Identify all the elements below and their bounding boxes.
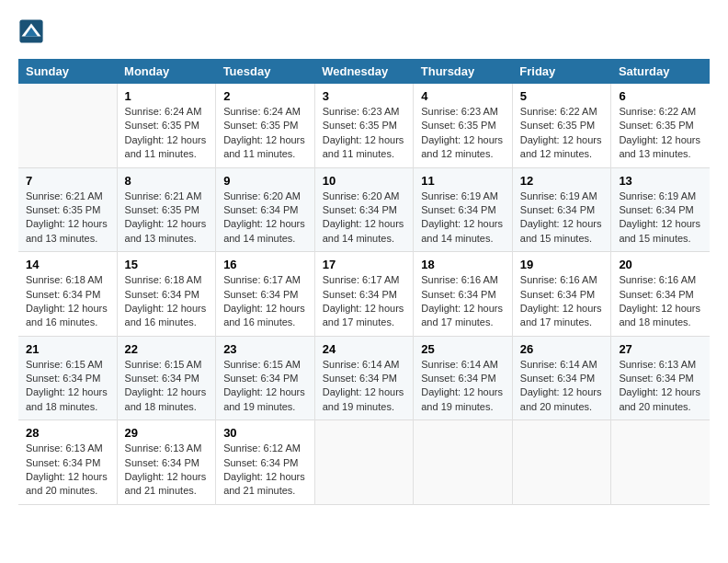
day-info: Sunrise: 6:22 AM Sunset: 6:35 PM Dayligh… <box>520 105 604 162</box>
day-info: Sunrise: 6:20 AM Sunset: 6:34 PM Dayligh… <box>223 190 307 247</box>
day-number: 5 <box>520 89 604 103</box>
calendar-week-row: 21Sunrise: 6:15 AM Sunset: 6:34 PM Dayli… <box>18 336 710 420</box>
day-info: Sunrise: 6:21 AM Sunset: 6:35 PM Dayligh… <box>125 190 209 247</box>
day-number: 23 <box>223 342 307 356</box>
day-number: 13 <box>619 174 702 188</box>
calendar-cell: 2Sunrise: 6:24 AM Sunset: 6:35 PM Daylig… <box>216 84 315 167</box>
day-info: Sunrise: 6:13 AM Sunset: 6:34 PM Dayligh… <box>619 358 702 415</box>
calendar-cell: 26Sunrise: 6:14 AM Sunset: 6:34 PM Dayli… <box>512 336 611 420</box>
calendar-cell <box>512 420 611 505</box>
calendar-cell: 7Sunrise: 6:21 AM Sunset: 6:35 PM Daylig… <box>18 167 117 252</box>
day-number: 24 <box>323 342 406 356</box>
day-info: Sunrise: 6:14 AM Sunset: 6:34 PM Dayligh… <box>421 358 505 415</box>
calendar-cell: 13Sunrise: 6:19 AM Sunset: 6:34 PM Dayli… <box>611 167 710 252</box>
calendar-cell: 14Sunrise: 6:18 AM Sunset: 6:34 PM Dayli… <box>18 252 117 337</box>
day-number: 10 <box>323 174 406 188</box>
calendar-cell: 27Sunrise: 6:13 AM Sunset: 6:34 PM Dayli… <box>611 336 710 420</box>
weekday-header-row: SundayMondayTuesdayWednesdayThursdayFrid… <box>18 59 710 84</box>
day-number: 16 <box>223 258 307 271</box>
day-number: 14 <box>26 258 109 271</box>
calendar-cell <box>414 420 513 505</box>
day-info: Sunrise: 6:15 AM Sunset: 6:34 PM Dayligh… <box>125 358 209 415</box>
day-info: Sunrise: 6:15 AM Sunset: 6:34 PM Dayligh… <box>26 358 109 415</box>
day-info: Sunrise: 6:18 AM Sunset: 6:34 PM Dayligh… <box>26 273 109 330</box>
day-info: Sunrise: 6:24 AM Sunset: 6:35 PM Dayligh… <box>125 105 209 162</box>
calendar-cell: 15Sunrise: 6:18 AM Sunset: 6:34 PM Dayli… <box>117 252 216 337</box>
calendar-cell: 17Sunrise: 6:17 AM Sunset: 6:34 PM Dayli… <box>314 252 414 337</box>
calendar-cell: 16Sunrise: 6:17 AM Sunset: 6:34 PM Dayli… <box>216 252 315 337</box>
day-info: Sunrise: 6:19 AM Sunset: 6:34 PM Dayligh… <box>520 190 604 247</box>
calendar-cell: 12Sunrise: 6:19 AM Sunset: 6:34 PM Dayli… <box>512 167 611 252</box>
calendar-week-row: 28Sunrise: 6:13 AM Sunset: 6:34 PM Dayli… <box>18 420 710 505</box>
weekday-header-thursday: Thursday <box>414 59 513 84</box>
logo <box>18 18 48 44</box>
day-number: 22 <box>125 342 209 356</box>
day-number: 19 <box>520 258 604 271</box>
day-info: Sunrise: 6:22 AM Sunset: 6:35 PM Dayligh… <box>619 105 702 162</box>
day-number: 21 <box>26 342 109 356</box>
day-number: 9 <box>223 174 307 188</box>
day-info: Sunrise: 6:19 AM Sunset: 6:34 PM Dayligh… <box>421 190 505 247</box>
weekday-header-wednesday: Wednesday <box>314 59 414 84</box>
day-number: 20 <box>619 258 702 271</box>
calendar-cell: 3Sunrise: 6:23 AM Sunset: 6:35 PM Daylig… <box>314 84 414 167</box>
calendar-table: SundayMondayTuesdayWednesdayThursdayFrid… <box>18 59 710 505</box>
day-info: Sunrise: 6:15 AM Sunset: 6:34 PM Dayligh… <box>223 358 307 415</box>
day-info: Sunrise: 6:23 AM Sunset: 6:35 PM Dayligh… <box>323 105 406 162</box>
day-number: 8 <box>125 174 209 188</box>
calendar-cell: 10Sunrise: 6:20 AM Sunset: 6:34 PM Dayli… <box>314 167 414 252</box>
weekday-header-saturday: Saturday <box>611 59 710 84</box>
calendar-cell: 21Sunrise: 6:15 AM Sunset: 6:34 PM Dayli… <box>18 336 117 420</box>
calendar-cell: 8Sunrise: 6:21 AM Sunset: 6:35 PM Daylig… <box>117 167 216 252</box>
logo-icon <box>18 18 44 44</box>
calendar-cell: 28Sunrise: 6:13 AM Sunset: 6:34 PM Dayli… <box>18 420 117 505</box>
day-number: 25 <box>421 342 505 356</box>
day-number: 30 <box>223 426 307 440</box>
day-info: Sunrise: 6:14 AM Sunset: 6:34 PM Dayligh… <box>323 358 406 415</box>
day-info: Sunrise: 6:16 AM Sunset: 6:34 PM Dayligh… <box>520 273 604 330</box>
weekday-header-sunday: Sunday <box>18 59 117 84</box>
calendar-cell: 29Sunrise: 6:13 AM Sunset: 6:34 PM Dayli… <box>117 420 216 505</box>
calendar-cell <box>18 84 117 167</box>
day-number: 26 <box>520 342 604 356</box>
day-number: 15 <box>125 258 209 271</box>
page-header <box>18 18 710 44</box>
day-number: 4 <box>421 89 505 103</box>
day-info: Sunrise: 6:19 AM Sunset: 6:34 PM Dayligh… <box>619 190 702 247</box>
weekday-header-tuesday: Tuesday <box>216 59 315 84</box>
day-number: 28 <box>26 426 109 440</box>
day-info: Sunrise: 6:21 AM Sunset: 6:35 PM Dayligh… <box>26 190 109 247</box>
day-info: Sunrise: 6:14 AM Sunset: 6:34 PM Dayligh… <box>520 358 604 415</box>
day-info: Sunrise: 6:23 AM Sunset: 6:35 PM Dayligh… <box>421 105 505 162</box>
calendar-cell: 6Sunrise: 6:22 AM Sunset: 6:35 PM Daylig… <box>611 84 710 167</box>
calendar-cell: 24Sunrise: 6:14 AM Sunset: 6:34 PM Dayli… <box>314 336 414 420</box>
day-number: 11 <box>421 174 505 188</box>
day-info: Sunrise: 6:18 AM Sunset: 6:34 PM Dayligh… <box>125 273 209 330</box>
day-number: 2 <box>223 89 307 103</box>
calendar-cell: 22Sunrise: 6:15 AM Sunset: 6:34 PM Dayli… <box>117 336 216 420</box>
calendar-week-row: 14Sunrise: 6:18 AM Sunset: 6:34 PM Dayli… <box>18 252 710 337</box>
day-info: Sunrise: 6:20 AM Sunset: 6:34 PM Dayligh… <box>323 190 406 247</box>
day-number: 6 <box>619 89 702 103</box>
day-info: Sunrise: 6:24 AM Sunset: 6:35 PM Dayligh… <box>223 105 307 162</box>
day-number: 12 <box>520 174 604 188</box>
day-info: Sunrise: 6:17 AM Sunset: 6:34 PM Dayligh… <box>323 273 406 330</box>
day-number: 1 <box>125 89 209 103</box>
day-info: Sunrise: 6:16 AM Sunset: 6:34 PM Dayligh… <box>619 273 702 330</box>
calendar-cell: 9Sunrise: 6:20 AM Sunset: 6:34 PM Daylig… <box>216 167 315 252</box>
calendar-cell: 11Sunrise: 6:19 AM Sunset: 6:34 PM Dayli… <box>414 167 513 252</box>
day-number: 17 <box>323 258 406 271</box>
calendar-cell: 18Sunrise: 6:16 AM Sunset: 6:34 PM Dayli… <box>414 252 513 337</box>
calendar-cell: 1Sunrise: 6:24 AM Sunset: 6:35 PM Daylig… <box>117 84 216 167</box>
calendar-cell: 19Sunrise: 6:16 AM Sunset: 6:34 PM Dayli… <box>512 252 611 337</box>
day-number: 7 <box>26 174 109 188</box>
weekday-header-monday: Monday <box>117 59 216 84</box>
calendar-cell: 5Sunrise: 6:22 AM Sunset: 6:35 PM Daylig… <box>512 84 611 167</box>
calendar-week-row: 1Sunrise: 6:24 AM Sunset: 6:35 PM Daylig… <box>18 84 710 167</box>
calendar-cell: 20Sunrise: 6:16 AM Sunset: 6:34 PM Dayli… <box>611 252 710 337</box>
day-number: 27 <box>619 342 702 356</box>
calendar-week-row: 7Sunrise: 6:21 AM Sunset: 6:35 PM Daylig… <box>18 167 710 252</box>
calendar-cell: 4Sunrise: 6:23 AM Sunset: 6:35 PM Daylig… <box>414 84 513 167</box>
calendar-cell <box>611 420 710 505</box>
calendar-cell: 25Sunrise: 6:14 AM Sunset: 6:34 PM Dayli… <box>414 336 513 420</box>
